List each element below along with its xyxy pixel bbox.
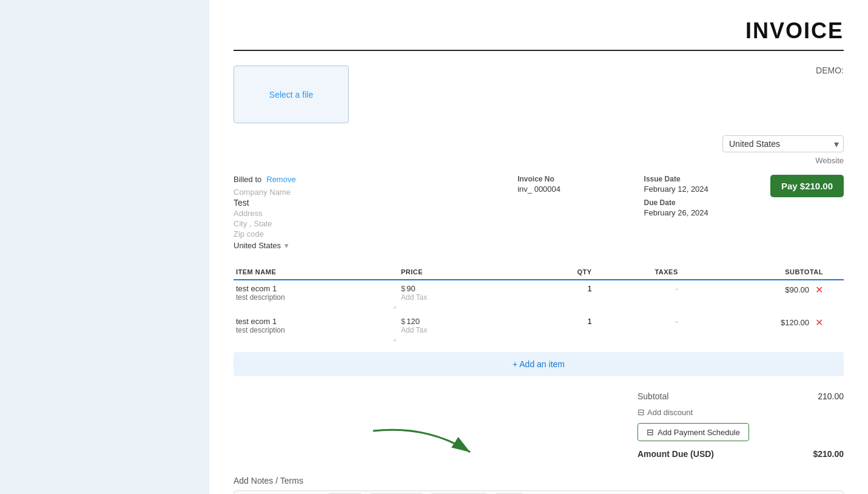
invoice-meta-row: Invoice No inv_ 000004 Issue Date Februa… [517, 175, 844, 217]
item-subtotal-cell-2: $120.00 ✕ [681, 313, 826, 346]
amount-due-label: Amount Due (USD) [638, 449, 714, 459]
invoice-no-label: Invoice No [517, 175, 625, 183]
remove-row-2[interactable]: ✕ [815, 317, 823, 328]
item-desc-2: test description [236, 326, 396, 334]
item-name-cell-2: test ecom 1 test description ⌟ [234, 313, 399, 346]
notes-section: Add Notes / Terms ↺ ↻ B U I S 16px 12px … [234, 476, 844, 494]
items-table: ITEM NAME PRICE QTY TAXES SUBTOTAL test … [234, 265, 844, 346]
discount-row: ⊟ Add discount [638, 404, 844, 420]
item-qty-cell-2 [523, 313, 594, 346]
select-file-label: Select a file [269, 90, 313, 100]
demo-label: DEMO: [816, 66, 844, 75]
payment-schedule-icon: ⊟ [647, 427, 654, 437]
add-discount-button[interactable]: ⊟ Add discount [638, 407, 693, 417]
notes-label: Add Notes / Terms [234, 476, 844, 486]
amount-due-value: $210.00 [813, 449, 844, 459]
pay-button[interactable]: Pay $210.00 [770, 175, 844, 197]
qty-field-2[interactable] [574, 317, 592, 326]
zip-field[interactable]: Zip code [234, 229, 505, 239]
due-date-label: Due Date [644, 198, 752, 207]
summary-section: Subtotal 210.00 ⊟ Add discount ⊟ Add Pay… [234, 388, 844, 464]
subtotal-row: Subtotal 210.00 [638, 388, 844, 404]
remove-row-1[interactable]: ✕ [815, 284, 823, 296]
item-price-cell-2: $ Add Tax [399, 313, 523, 346]
country-row: United States Canada United Kingdom Aust… [234, 135, 844, 152]
country-select[interactable]: United States Canada United Kingdom Aust… [722, 135, 844, 152]
summary-table: Subtotal 210.00 ⊟ Add discount ⊟ Add Pay… [638, 388, 844, 464]
amount-due-row: Amount Due (USD) $210.00 [638, 444, 844, 464]
item-taxes-cell-2: - [594, 313, 681, 346]
subtotal-cell-2: $120.00 ✕ [683, 317, 823, 328]
logo-upload[interactable]: Select a file [234, 66, 349, 123]
taxes-dash-2: - [675, 317, 678, 326]
col-price: PRICE [399, 265, 523, 280]
item-qty-cell-1 [523, 280, 594, 313]
invoice-no-value: inv_ 000004 [517, 184, 625, 194]
issue-date-col: Issue Date February 12, 2024 Due Date Fe… [644, 175, 752, 217]
taxes-dash-1: - [675, 284, 678, 293]
editor-toolbar: ↺ ↻ B U I S 16px 12px 14px 18px 24px Par… [234, 490, 844, 494]
item-subtotal-cell-1: $90.00 ✕ [681, 280, 826, 313]
website-input[interactable] [722, 156, 844, 165]
address-field[interactable]: Address [234, 209, 505, 218]
price-field-2[interactable] [406, 317, 437, 326]
qty-field-1[interactable] [574, 284, 592, 293]
billing-invoice-row: Billed to Remove Company Name Test Addre… [234, 175, 844, 250]
add-item-button[interactable]: + Add an item [234, 352, 844, 376]
item-name-1: test ecom 1 [236, 284, 396, 293]
price-input-2: $ [401, 317, 521, 326]
table-row: test ecom 1 test description ⌟ $ Add Tax… [234, 280, 844, 313]
price-symbol-1: $ [401, 284, 405, 293]
discount-icon: ⊟ [638, 407, 645, 417]
item-price-cell-1: $ Add Tax [399, 280, 523, 313]
subtotal-label: Subtotal [638, 391, 668, 401]
add-discount-label: Add discount [647, 408, 693, 417]
demo-section: DEMO: [816, 66, 844, 75]
country-wrapper: United States Canada United Kingdom Aust… [722, 135, 844, 152]
subtotal-cell-1: $90.00 ✕ [683, 284, 823, 296]
issue-date-label: Issue Date [644, 175, 752, 183]
pay-button-col: Pay $210.00 [770, 175, 844, 197]
add-tax-2[interactable]: Add Tax [401, 326, 521, 334]
billed-to-header: Billed to Remove [234, 175, 505, 184]
subtotal-val-2: $120.00 [781, 318, 809, 327]
col-item-name: ITEM NAME [234, 265, 399, 280]
col-subtotal: SUBTOTAL [681, 265, 826, 280]
table-row: test ecom 1 test description ⌟ $ Add Tax… [234, 313, 844, 346]
price-input-1: $ [401, 284, 521, 293]
add-payment-schedule-button[interactable]: ⊟ Add Payment Schedule [638, 423, 749, 441]
subtotal-val-1: $90.00 [785, 285, 809, 294]
invoice-no-col: Invoice No inv_ 000004 [517, 175, 625, 194]
price-symbol-2: $ [401, 317, 405, 326]
remove-link[interactable]: Remove [266, 175, 295, 184]
item-taxes-cell-1: - [594, 280, 681, 313]
city-state-field[interactable]: City , State [234, 219, 505, 228]
issue-date-value: February 12, 2024 [644, 184, 752, 194]
billed-name: Test [234, 198, 505, 208]
invoice-meta: Invoice No inv_ 000004 Issue Date Februa… [517, 175, 844, 217]
add-payment-schedule-label: Add Payment Schedule [658, 428, 740, 437]
billed-to: Billed to Remove Company Name Test Addre… [234, 175, 505, 250]
col-taxes: TAXES [594, 265, 681, 280]
resize-handle-1[interactable]: ⌟ [236, 302, 396, 310]
col-qty: QTY [523, 265, 594, 280]
item-name-2: test ecom 1 [236, 317, 396, 326]
invoice-title: INVOICE [234, 18, 844, 51]
item-desc-1: test description [236, 293, 396, 302]
table-header-row: ITEM NAME PRICE QTY TAXES SUBTOTAL [234, 265, 844, 280]
billed-to-label: Billed to [234, 175, 261, 184]
payment-schedule-row: ⊟ Add Payment Schedule [638, 420, 844, 444]
top-section: Select a file DEMO: [234, 66, 844, 123]
company-name-field[interactable]: Company Name [234, 188, 505, 197]
billed-country: United States [234, 241, 281, 250]
add-tax-1[interactable]: Add Tax [401, 293, 521, 302]
price-field-1[interactable] [406, 284, 437, 293]
arrow-annotation [355, 419, 488, 470]
due-date-value: February 26, 2024 [644, 208, 752, 217]
subtotal-value: 210.00 [818, 391, 844, 401]
item-name-cell-1: test ecom 1 test description ⌟ [234, 280, 399, 313]
resize-handle-2[interactable]: ⌟ [236, 334, 396, 342]
